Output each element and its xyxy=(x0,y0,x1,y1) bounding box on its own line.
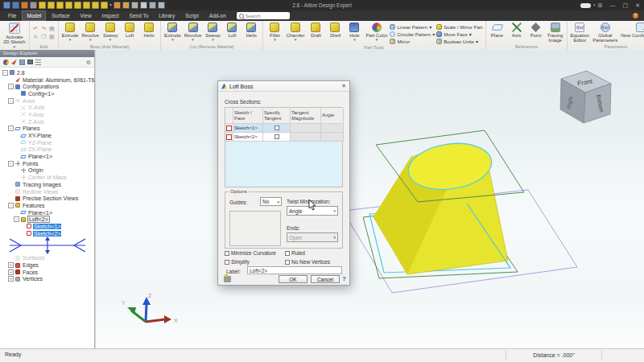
ribbon-button-sweep[interactable]: Sweep▾ xyxy=(101,23,119,41)
menu-tab-add-on[interactable]: Add-on xyxy=(204,10,231,21)
apps-icon[interactable]: ⊞ xyxy=(598,2,603,9)
tree-item-y-axis[interactable]: Y-Axis xyxy=(0,111,94,118)
paste-icon[interactable]: ▤ xyxy=(48,25,56,32)
row-leader[interactable] xyxy=(225,124,233,133)
collapse-icon[interactable]: − xyxy=(8,84,14,89)
tree-item-plane-1[interactable]: Plane<1> xyxy=(0,209,94,216)
ribbon-button-equation-editor[interactable]: f(x)Equation Editor xyxy=(570,23,591,43)
checkbox-no-new-vertices[interactable]: No New Vertices xyxy=(285,259,343,265)
ribbon-button-revolve[interactable]: Revolve▾ xyxy=(80,23,100,41)
redo-icon[interactable]: ↷ xyxy=(40,25,47,32)
expand-icon[interactable]: + xyxy=(8,276,14,282)
ribbon-button-loft[interactable]: Loft xyxy=(223,23,241,38)
hierarchy-icon[interactable] xyxy=(35,60,41,65)
viewport-3d[interactable]: Front Bottom Right Z Y X xyxy=(96,50,644,349)
cell-sketch-face[interactable]: Sketch<1> xyxy=(233,124,263,133)
tree-item-x-axis[interactable]: X-Axis xyxy=(0,104,94,111)
collapse-icon[interactable]: − xyxy=(8,203,14,208)
tree-item-precise-section-views[interactable]: Precise Section Views xyxy=(0,195,94,202)
display-icon[interactable] xyxy=(27,60,33,64)
help-badge[interactable]: ? xyxy=(633,13,638,19)
copy-icon[interactable]: ❐ xyxy=(40,33,47,40)
cell-sketch-face[interactable]: Sketch<2> xyxy=(233,133,263,142)
guides-dropdown[interactable]: No▾ xyxy=(260,197,282,206)
specify-tangent-checkbox[interactable] xyxy=(275,125,279,130)
collapse-icon[interactable]: − xyxy=(14,216,19,222)
dialog-close-icon[interactable]: ✕ xyxy=(341,83,346,89)
tree-item-z-axis[interactable]: Z-Axis xyxy=(0,118,94,125)
ribbon-button-new-configuration[interactable]: New Configuration xyxy=(620,23,644,38)
menu-tab-surface[interactable]: Surface xyxy=(47,10,74,21)
ribbon-button-point[interactable]: Point xyxy=(527,23,545,38)
ribbon-button-sweep[interactable]: Sweep▾ xyxy=(204,23,221,41)
box-icon[interactable] xyxy=(19,60,25,65)
undo-icon[interactable]: ↶ xyxy=(32,25,39,32)
ribbon-button-linear-pattern[interactable]: Linear Pattern▾ xyxy=(390,24,435,30)
expand-icon[interactable]: + xyxy=(8,262,14,268)
checkbox-box[interactable] xyxy=(225,260,229,265)
ribbon-button-tracing-image[interactable]: Tracing Image xyxy=(547,23,564,43)
checkbox-box[interactable] xyxy=(285,260,290,265)
menu-tab-view[interactable]: View xyxy=(76,10,97,21)
ribbon-button-draft[interactable]: Draft xyxy=(307,23,324,38)
tree-item-yz-plane[interactable]: YZ-Plane xyxy=(0,139,94,146)
view-cube[interactable]: Front Bottom Right xyxy=(560,71,611,123)
menu-tab-inspect[interactable]: Inspect xyxy=(97,10,124,21)
tree-item-features[interactable]: −Features xyxy=(0,202,94,209)
ribbon-button-global-parameters[interactable]: f(x)Global Parameters xyxy=(592,23,618,43)
tree-item-material-aluminum-6061-t6[interactable]: Material: Aluminum, 6061-T6 xyxy=(0,76,94,84)
ribbon-button-loft[interactable]: Loft xyxy=(121,23,138,38)
collapse-icon[interactable]: − xyxy=(2,70,8,76)
ribbon-button-shell[interactable]: Shell xyxy=(326,23,344,38)
tree-item-tracing-images[interactable]: Tracing Images xyxy=(0,181,94,188)
material-arrow-icon[interactable] xyxy=(11,60,17,65)
ribbon-button-boolean-unite[interactable]: Boolean Unite▾ xyxy=(436,39,482,44)
ribbon-button-mirror[interactable]: Mirror xyxy=(390,39,435,44)
tree-item-loft-2[interactable]: −Loft<2> xyxy=(0,216,94,223)
expand-icon[interactable]: + xyxy=(8,269,14,275)
tree-item-config-1[interactable]: Config<1> xyxy=(0,90,94,97)
tree-item-2-8[interactable]: −2.8 xyxy=(0,69,94,76)
tree-item-redline-views[interactable]: Redline Views xyxy=(0,188,94,195)
help-button[interactable]: ? xyxy=(342,275,346,282)
gear-icon[interactable]: ⚙ xyxy=(86,60,91,65)
tree-item-xy-plane[interactable]: XY-Plane xyxy=(0,132,94,139)
ribbon-button-extrude[interactable]: Extrude▾ xyxy=(61,23,80,41)
ribbon-button-chamfer[interactable]: Chamfer▾ xyxy=(285,23,305,41)
cut-icon[interactable]: ✕ xyxy=(32,33,39,40)
menu-tab-send-to[interactable]: Send To xyxy=(125,10,154,21)
ribbon-button-hole[interactable]: Hole▾ xyxy=(345,23,363,41)
account-icon[interactable] xyxy=(580,3,591,8)
ribbon-button-activate-2d-sketch[interactable]: Activate 2D Sketch▾ xyxy=(2,23,27,48)
checkbox-simplify[interactable]: Simplify xyxy=(225,259,285,265)
tree-item-edges[interactable]: +Edges xyxy=(0,261,94,269)
format-icon[interactable]: ▦ xyxy=(48,33,56,40)
menu-tab-library[interactable]: Library xyxy=(154,10,180,21)
ribbon-button-helix[interactable]: Helix xyxy=(140,23,158,38)
checkbox-box[interactable] xyxy=(225,251,229,256)
preview-icon[interactable] xyxy=(224,276,231,282)
collapse-icon[interactable]: − xyxy=(8,161,14,167)
ribbon-button-plane[interactable]: Plane xyxy=(489,23,506,38)
color-wheel-icon[interactable] xyxy=(3,60,9,65)
ribbon-button-part-color[interactable]: Part Color▾ xyxy=(365,23,388,41)
ribbon-button-extrude[interactable]: Extrude▾ xyxy=(163,23,182,41)
tree-item-origin[interactable]: Origin xyxy=(0,167,94,175)
label-input[interactable]: Loft<2> xyxy=(247,266,342,274)
ribbon-button-scale-mirror-part[interactable]: Scale / Mirror Part xyxy=(436,24,482,30)
tree-item-configurations[interactable]: −Configurations xyxy=(0,83,94,90)
checkbox-box[interactable] xyxy=(285,251,290,256)
ribbon-button-helix[interactable]: Helix xyxy=(242,23,260,38)
row-leader[interactable] xyxy=(225,133,233,142)
tree-item-sketch-1[interactable]: Sketch<1> xyxy=(0,223,94,230)
menu-tab-file[interactable]: File xyxy=(3,10,21,21)
checkbox-minimize-curvature[interactable]: Minimize Curvature xyxy=(225,250,285,256)
tree-item-planes[interactable]: −Planes xyxy=(0,125,94,133)
cell-specify-tangent[interactable] xyxy=(263,124,291,133)
ribbon-button-revolve[interactable]: Revolve▾ xyxy=(184,23,203,41)
ribbon-button-circular-pattern[interactable]: Circular Pattern▾ xyxy=(390,31,435,37)
minimize-icon[interactable]: — xyxy=(610,2,616,9)
ok-button[interactable]: OK xyxy=(279,275,308,283)
ribbon-button-axis[interactable]: Axis xyxy=(508,23,526,38)
close-icon[interactable]: ✕ xyxy=(635,2,640,9)
